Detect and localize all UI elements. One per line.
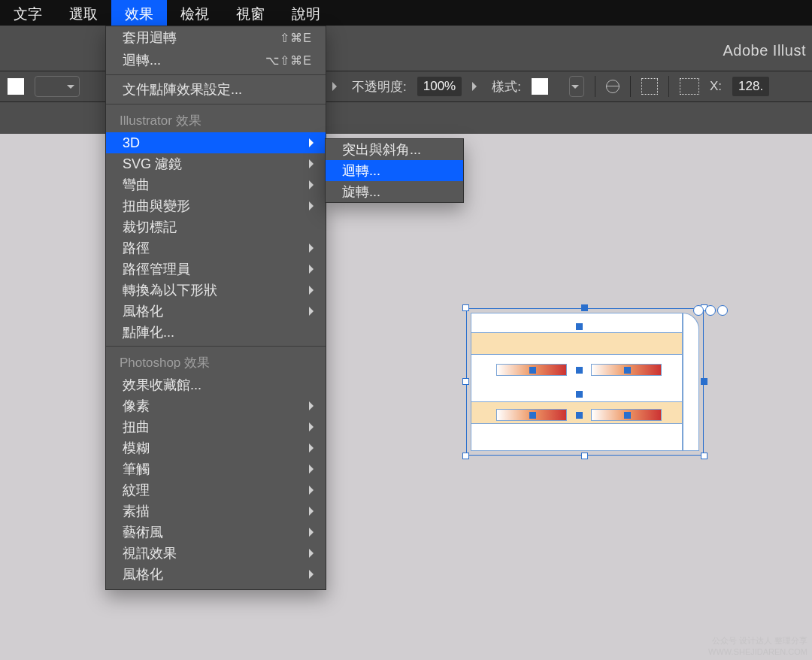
x-value[interactable]: 128. <box>732 77 769 96</box>
label: 像素 <box>123 397 150 415</box>
chevron-right-icon <box>309 159 318 168</box>
globe-icon[interactable] <box>606 80 620 93</box>
separator <box>106 346 326 347</box>
menu-item[interactable]: 旋轉... <box>326 181 463 202</box>
label: 效果收藏館... <box>123 376 201 394</box>
chevron-right-icon <box>309 549 318 558</box>
menu-item[interactable]: 迴轉... <box>326 160 463 181</box>
label: 旋轉... <box>342 183 380 201</box>
divider <box>595 76 595 97</box>
label: 扭曲與變形 <box>123 197 190 215</box>
menu-item[interactable]: 點陣化... <box>106 322 326 343</box>
label: 路徑 <box>123 239 150 257</box>
effects-dropdown: 套用迴轉 ⇧⌘E 迴轉... ⌥⇧⌘E 文件點陣效果設定... Illustra… <box>105 26 326 590</box>
menu-effects[interactable]: 效果 <box>111 0 167 26</box>
menu-item[interactable]: 風格化 <box>106 564 326 585</box>
menu-window[interactable]: 視窗 <box>223 0 278 26</box>
menu-item[interactable]: 藝術風 <box>106 522 326 543</box>
chevron-right-icon <box>472 82 481 91</box>
menu-item[interactable]: 路徑管理員 <box>106 259 326 280</box>
resize-handle[interactable] <box>462 378 469 385</box>
menu-text[interactable]: 文字 <box>0 0 56 26</box>
resize-handle[interactable] <box>581 453 588 459</box>
artwork <box>471 313 699 451</box>
label: 模糊 <box>123 439 150 457</box>
label: 路徑管理員 <box>123 260 190 278</box>
menu-item[interactable]: 轉換為以下形狀 <box>106 280 326 301</box>
chevron-right-icon <box>309 465 318 474</box>
section-illustrator: Illustrator 效果 <box>106 107 326 132</box>
chevron-right-icon <box>309 138 318 147</box>
menu-apply-last[interactable]: 套用迴轉 ⇧⌘E <box>106 26 326 49</box>
chevron-right-icon <box>309 444 318 453</box>
menu-item[interactable]: 風格化 <box>106 301 326 322</box>
chevron-right-icon <box>309 201 318 210</box>
chevron-right-icon <box>332 82 341 91</box>
resize-handle[interactable] <box>462 304 469 311</box>
divider <box>668 76 669 97</box>
menu-view[interactable]: 檢視 <box>167 0 223 26</box>
label: 套用迴轉 <box>123 29 177 47</box>
tool-strip-right: 不透明度: 100% 樣式: X: 128. <box>326 71 812 102</box>
label: 風格化 <box>123 302 163 320</box>
tool-strip-left <box>0 71 105 102</box>
resize-handle[interactable] <box>701 378 707 385</box>
chevron-right-icon <box>309 286 318 295</box>
menu-item[interactable]: 效果收藏館... <box>106 374 326 395</box>
chevron-right-icon <box>309 401 318 410</box>
chevron-right-icon <box>309 507 318 516</box>
style-label: 樣式: <box>492 78 521 95</box>
label: 紋理 <box>123 481 150 499</box>
resize-handle[interactable] <box>462 453 469 459</box>
fill-swatch[interactable] <box>8 78 24 95</box>
menu-item[interactable]: 筆觸 <box>106 459 326 480</box>
menu-doc-raster[interactable]: 文件點陣效果設定... <box>106 78 326 101</box>
style-swatch[interactable] <box>532 78 548 95</box>
menu-item[interactable]: 裁切標記 <box>106 216 326 238</box>
label: 點陣化... <box>123 323 174 341</box>
opacity-label: 不透明度: <box>352 78 407 95</box>
label: 筆觸 <box>123 460 150 478</box>
menubar: 文字 選取 效果 檢視 視窗 說明 <box>0 0 812 26</box>
menu-item[interactable]: 彎曲 <box>106 174 326 195</box>
menu-item[interactable]: 3D <box>106 132 326 153</box>
label: 迴轉... <box>123 51 161 69</box>
menu-item[interactable]: 突出與斜角... <box>326 139 463 160</box>
menu-item[interactable]: 扭曲與變形 <box>106 195 326 216</box>
label: 3D <box>123 135 140 151</box>
fill-dropdown[interactable] <box>35 76 80 97</box>
chevron-right-icon <box>309 528 318 537</box>
align-icon[interactable] <box>641 78 658 95</box>
menu-item[interactable]: 模糊 <box>106 437 326 459</box>
resize-handle[interactable] <box>581 304 588 311</box>
menu-item[interactable]: 像素 <box>106 395 326 416</box>
chevron-right-icon <box>309 244 318 253</box>
section-photoshop: Photoshop 效果 <box>106 350 326 374</box>
label: 突出與斜角... <box>342 141 421 159</box>
chevron-right-icon <box>309 422 318 431</box>
menu-help[interactable]: 說明 <box>278 0 334 26</box>
chevron-right-icon <box>309 307 318 316</box>
separator <box>106 74 326 75</box>
menu-item[interactable]: 扭曲 <box>106 416 326 437</box>
watermark: 公众号 设计达人 整理分享 WWW.SHEJIDAREN.COM <box>708 635 807 657</box>
shortcut: ⇧⌘E <box>280 31 312 45</box>
chevron-right-icon <box>309 265 318 274</box>
selection-bounding-box[interactable] <box>466 308 704 456</box>
shortcut: ⌥⇧⌘E <box>265 53 312 68</box>
opacity-value[interactable]: 100% <box>417 77 462 96</box>
menu-item[interactable]: 素描 <box>106 501 326 522</box>
transform-icon[interactable] <box>680 78 699 95</box>
menu-last-effect[interactable]: 迴轉... ⌥⇧⌘E <box>106 49 326 71</box>
label: 彎曲 <box>123 176 150 194</box>
resize-handle[interactable] <box>701 453 707 459</box>
chevron-right-icon <box>309 486 318 495</box>
menu-item[interactable]: 紋理 <box>106 480 326 501</box>
style-dropdown[interactable] <box>569 76 584 97</box>
menu-item[interactable]: 路徑 <box>106 238 326 259</box>
menu-item[interactable]: SVG 濾鏡 <box>106 153 326 174</box>
menu-item[interactable]: 視訊效果 <box>106 543 326 564</box>
menu-select[interactable]: 選取 <box>56 0 111 26</box>
label: 素描 <box>123 502 150 520</box>
label: 裁切標記 <box>123 218 177 236</box>
